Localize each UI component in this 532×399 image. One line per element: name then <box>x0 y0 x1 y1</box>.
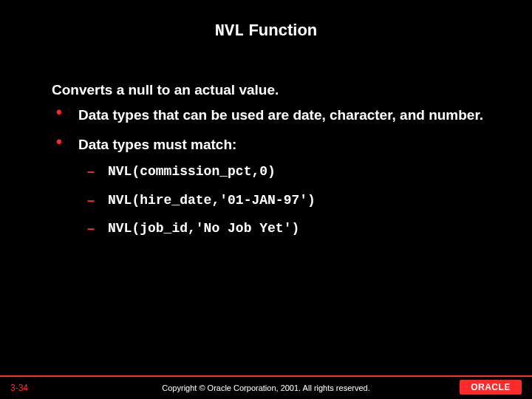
content-area: Converts a null to an actual value. Data… <box>30 82 502 237</box>
bullet-text: Data types must match: <box>78 137 236 152</box>
bullet-item: Data types that can be used are date, ch… <box>52 106 488 125</box>
title-code: NVL <box>215 22 245 41</box>
page-number: 3-34 <box>10 383 28 393</box>
bullet-list: Data types that can be used are date, ch… <box>52 106 488 237</box>
footer: 3-34 Copyright © Oracle Corporation, 200… <box>0 375 532 399</box>
title-rest: Function <box>244 21 317 39</box>
copyright-text: Copyright © Oracle Corporation, 2001. Al… <box>0 383 532 392</box>
bullet-text: Data types that can be used are date, ch… <box>78 107 483 123</box>
sub-list: NVL(commission_pct,0) NVL(hire_date,'01-… <box>84 163 488 237</box>
bullet-item: Data types must match: NVL(commission_pc… <box>52 135 488 238</box>
sub-item: NVL(commission_pct,0) <box>84 163 488 180</box>
slide-title: NVL Function <box>30 21 502 41</box>
slide: NVL Function Converts a null to an actua… <box>0 0 532 399</box>
oracle-logo: ORACLE <box>460 380 522 395</box>
intro-text: Converts a null to an actual value. <box>52 82 488 98</box>
sub-item: NVL(job_id,'No Job Yet') <box>84 219 488 237</box>
sub-item: NVL(hire_date,'01-JAN-97') <box>84 191 488 209</box>
